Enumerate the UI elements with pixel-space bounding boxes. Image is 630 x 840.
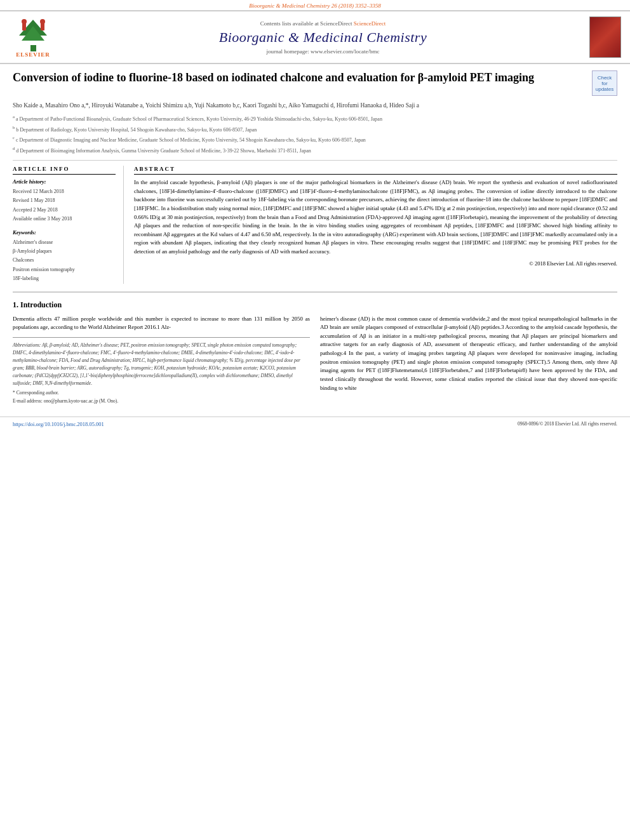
intro-right-column: heimer's disease (AD) is the most common…	[320, 315, 617, 404]
keyword-3: Chalcones	[13, 256, 116, 265]
intro-right-text: heimer's disease (AD) is the most common…	[320, 315, 617, 393]
svg-point-6	[40, 19, 45, 24]
abstract-header: ABSTRACT	[134, 166, 617, 175]
abbreviations-footnote: Abbreviations: Aβ, β-amyloid; AD, Alzhei…	[13, 342, 310, 387]
accepted-date: Accepted 2 May 2018	[13, 206, 116, 215]
check-for-updates-badge: Checkforupdates	[592, 70, 617, 96]
doi-link[interactable]: https://doi.org/10.1016/j.bmc.2018.05.00…	[13, 421, 104, 427]
keyword-2: β-Amyloid plaques	[13, 247, 116, 256]
intro-title: 1. Introduction	[13, 300, 617, 310]
intro-left-column: Dementia affects 47 million people world…	[13, 315, 310, 404]
revised-date: Revised 1 May 2018	[13, 196, 116, 205]
journal-homepage: journal homepage: www.elsevier.com/locat…	[65, 48, 581, 55]
svg-point-5	[22, 19, 27, 24]
introduction-section: 1. Introduction Dementia affects 47 mill…	[13, 300, 617, 404]
bottom-bar: https://doi.org/10.1016/j.bmc.2018.05.00…	[0, 417, 630, 431]
elsevier-logo: ELSEVIER	[8, 17, 58, 58]
journal-center: Contents lists available at ScienceDirec…	[65, 20, 581, 55]
abstract-panel: ABSTRACT In the amyloid cascade hypothes…	[134, 166, 617, 284]
journal-thumbnail	[587, 17, 622, 58]
footnote-section: Abbreviations: Aβ, β-amyloid; AD, Alzhei…	[13, 337, 310, 404]
content-area: Conversion of iodine to fluorine-18 base…	[0, 64, 630, 417]
email-note: E-mail address: ono@pharm.kyoto-uac.ac.j…	[13, 398, 310, 404]
journal-title: Bioorganic & Medicinal Chemistry	[65, 29, 581, 46]
journal-header: ELSEVIER Contents lists available at Sci…	[0, 10, 630, 64]
check-icon: Checkforupdates	[596, 75, 613, 92]
affiliation-a: a a Department of Patho-Functional Bioan…	[13, 114, 617, 123]
science-direct-text: Contents lists available at ScienceDirec…	[65, 20, 581, 27]
affiliation-d: d d Department of Bioimaging Information…	[13, 145, 617, 155]
journal-citation: Bioorganic & Medicinal Chemistry 26 (201…	[0, 0, 630, 10]
abstract-text: In the amyloid cascade hypothesis, β-amy…	[134, 178, 617, 257]
copyright: © 2018 Elsevier Ltd. All rights reserved…	[134, 260, 617, 267]
keyword-1: Alzheimer's disease	[13, 238, 116, 247]
article-history: Received 12 March 2018 Revised 1 May 201…	[13, 187, 116, 224]
history-label: Article history:	[13, 178, 116, 185]
article-title: Conversion of iodine to fluorine-18 base…	[13, 70, 586, 85]
science-direct-link[interactable]: ScienceDirect	[354, 20, 385, 27]
keyword-4: Positron emission tomography	[13, 265, 116, 274]
affiliations: a a Department of Patho-Functional Bioan…	[13, 114, 617, 161]
article-title-section: Conversion of iodine to fluorine-18 base…	[13, 70, 617, 96]
online-date: Available online 3 May 2018	[13, 215, 116, 223]
intro-left-text: Dementia affects 47 million people world…	[13, 315, 310, 332]
issn-text: 0968-0896/© 2018 Elsevier Ltd. All right…	[518, 421, 617, 427]
affiliation-b: b b Department of Radiology, Kyoto Unive…	[13, 124, 617, 134]
authors: Sho Kaide a, Masahiro Ono a,*, Hiroyuki …	[13, 101, 617, 110]
section-divider	[13, 291, 617, 293]
elsevier-text: ELSEVIER	[16, 51, 50, 58]
keyword-5: 18F-labeling	[13, 274, 116, 283]
info-abstract-section: ARTICLE INFO Article history: Received 1…	[13, 166, 617, 284]
keywords-list: Alzheimer's disease β-Amyloid plaques Ch…	[13, 238, 116, 284]
svg-rect-0	[30, 45, 36, 51]
journal-cover-image	[589, 17, 621, 58]
article-info-panel: ARTICLE INFO Article history: Received 1…	[13, 166, 124, 284]
affiliation-c: c c Department of Diagnostic Imaging and…	[13, 135, 617, 144]
elsevier-tree-icon	[13, 17, 54, 51]
corresponding-note: * Corresponding author.	[13, 390, 310, 396]
intro-columns: Dementia affects 47 million people world…	[13, 315, 617, 404]
received-date: Received 12 March 2018	[13, 187, 116, 196]
keywords-label: Keywords:	[13, 229, 116, 236]
article-info-header: ARTICLE INFO	[13, 166, 116, 175]
